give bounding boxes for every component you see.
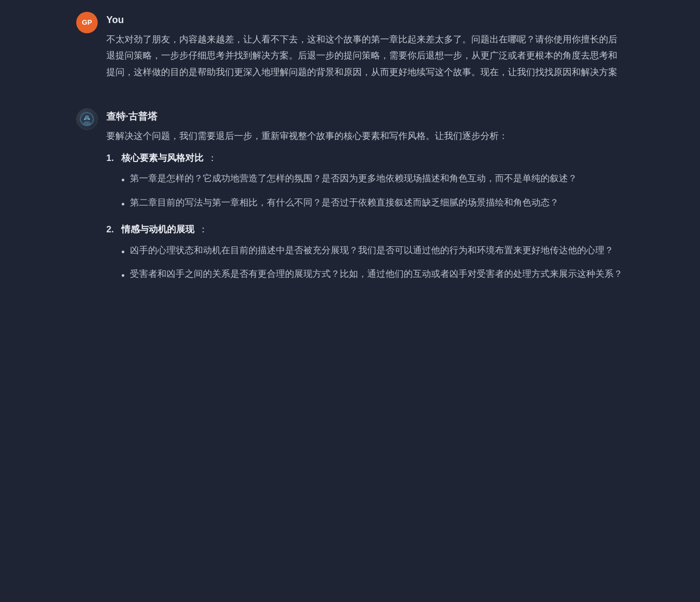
- section-2-bullet-1: • 凶手的心理状态和动机在目前的描述中是否被充分展现？我们是否可以通过他的行为和…: [121, 243, 624, 261]
- svg-point-2: [83, 121, 91, 126]
- user-avatar-label: GP: [82, 17, 92, 28]
- user-avatar: GP: [76, 12, 98, 33]
- ai-message-text: 要解决这个问题，我们需要退后一步，重新审视整个故事的核心要素和写作风格。让我们逐…: [106, 128, 624, 284]
- ai-sender-name: 查特·古普塔: [106, 108, 624, 125]
- ai-avatar-icon: [79, 112, 94, 127]
- user-message-text: 不太对劲了朋友，内容越来越差，让人看不下去，这和这个故事的第一章比起来差太多了。…: [106, 32, 624, 81]
- section-2-bullets: • 凶手的心理状态和动机在目前的描述中是否被充分展现？我们是否可以通过他的行为和…: [121, 243, 624, 285]
- section-2-item: 2. 情感与动机的展现： • 凶手的心理状态和动机在目前的描述中是否被充分展现？…: [106, 222, 624, 284]
- ai-message-content: 查特·古普塔 要解决这个问题，我们需要退后一步，重新审视整个故事的核心要素和写作…: [106, 107, 624, 293]
- section-1-bullets: • 第一章是怎样的？它成功地营造了怎样的氛围？是否因为更多地依赖现场描述和角色互…: [121, 171, 624, 213]
- bullet-dot-4: •: [121, 267, 125, 284]
- user-sender-name: You: [106, 12, 624, 28]
- ai-numbered-list: 1. 核心要素与风格对比： • 第一章是怎样的？它成功地营造了怎样的氛围？是否因…: [106, 150, 624, 285]
- section-2-bullet-1-text: 凶手的心理状态和动机在目前的描述中是否被充分展现？我们是否可以通过他的行为和环境…: [130, 243, 614, 259]
- section-2-bullet-2-text: 受害者和凶手之间的关系是否有更合理的展现方式？比如，通过他们的互动或者凶手对受害…: [130, 266, 623, 283]
- section-1-bullet-2: • 第二章目前的写法与第一章相比，有什么不同？是否过于依赖直接叙述而缺乏细腻的场…: [121, 195, 624, 213]
- section-1-header: 1. 核心要素与风格对比：: [106, 150, 624, 167]
- section-1-item: 1. 核心要素与风格对比： • 第一章是怎样的？它成功地营造了怎样的氛围？是否因…: [106, 150, 624, 213]
- user-message-block: GP You 不太对劲了朋友，内容越来越差，让人看不下去，这和这个故事的第一章比…: [76, 11, 624, 86]
- user-message-paragraph: 不太对劲了朋友，内容越来越差，让人看不下去，这和这个故事的第一章比起来差太多了。…: [106, 32, 624, 81]
- section-2-title: 情感与动机的展现: [121, 222, 194, 238]
- ai-avatar-inner: [77, 109, 97, 129]
- section-2-num: 2.: [106, 222, 117, 238]
- ai-message-block: 查特·古普塔 要解决这个问题，我们需要退后一步，重新审视整个故事的核心要素和写作…: [76, 107, 624, 293]
- section-1-bullet-1: • 第一章是怎样的？它成功地营造了怎样的氛围？是否因为更多地依赖现场描述和角色互…: [121, 171, 624, 189]
- section-1-num: 1.: [106, 150, 117, 167]
- ai-intro-text: 要解决这个问题，我们需要退后一步，重新审视整个故事的核心要素和写作风格。让我们逐…: [106, 128, 624, 145]
- bullet-dot-3: •: [121, 244, 125, 261]
- ai-avatar: [76, 108, 98, 130]
- section-2-bullet-2: • 受害者和凶手之间的关系是否有更合理的展现方式？比如，通过他们的互动或者凶手对…: [121, 266, 624, 284]
- user-message-content: You 不太对劲了朋友，内容越来越差，让人看不下去，这和这个故事的第一章比起来差…: [106, 11, 624, 86]
- svg-point-4: [89, 119, 90, 120]
- svg-point-3: [84, 119, 86, 120]
- section-1-bullet-1-text: 第一章是怎样的？它成功地营造了怎样的氛围？是否因为更多地依赖现场描述和角色互动，…: [130, 171, 577, 187]
- bullet-dot-1: •: [121, 172, 125, 189]
- section-2-header: 2. 情感与动机的展现：: [106, 222, 624, 238]
- bullet-dot-2: •: [121, 196, 125, 213]
- section-1-bullet-2-text: 第二章目前的写法与第一章相比，有什么不同？是否过于依赖直接叙述而缺乏细腻的场景描…: [130, 195, 559, 211]
- section-1-title: 核心要素与风格对比: [121, 150, 203, 167]
- chat-container: GP You 不太对劲了朋友，内容越来越差，让人看不下去，这和这个故事的第一章比…: [55, 0, 645, 325]
